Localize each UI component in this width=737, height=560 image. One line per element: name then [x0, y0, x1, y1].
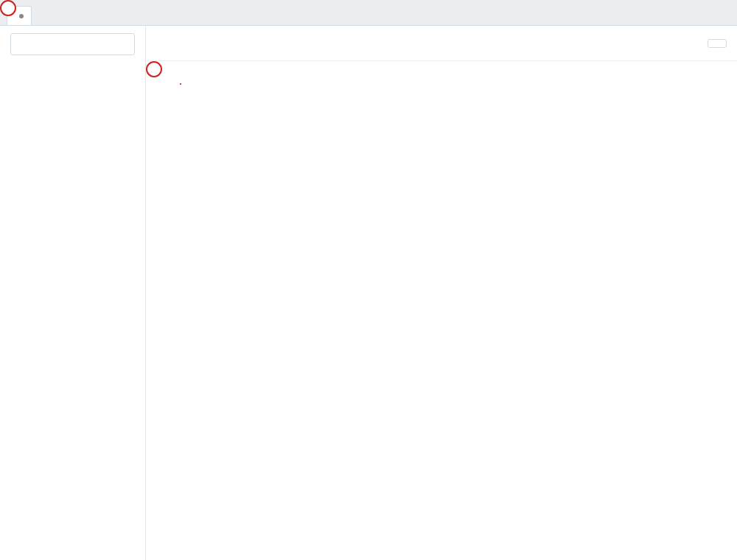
code-editor[interactable] [146, 61, 737, 560]
tab-theme-liquid[interactable] [7, 6, 32, 25]
dirty-dot-icon [19, 14, 24, 18]
search-input[interactable] [10, 33, 135, 55]
save-button[interactable] [708, 39, 727, 48]
tab-bar [0, 0, 737, 25]
highlight-box [180, 83, 181, 85]
code-area[interactable] [174, 61, 737, 560]
sidebar [0, 26, 146, 560]
line-gutter [146, 61, 174, 560]
editor-header [146, 26, 737, 61]
